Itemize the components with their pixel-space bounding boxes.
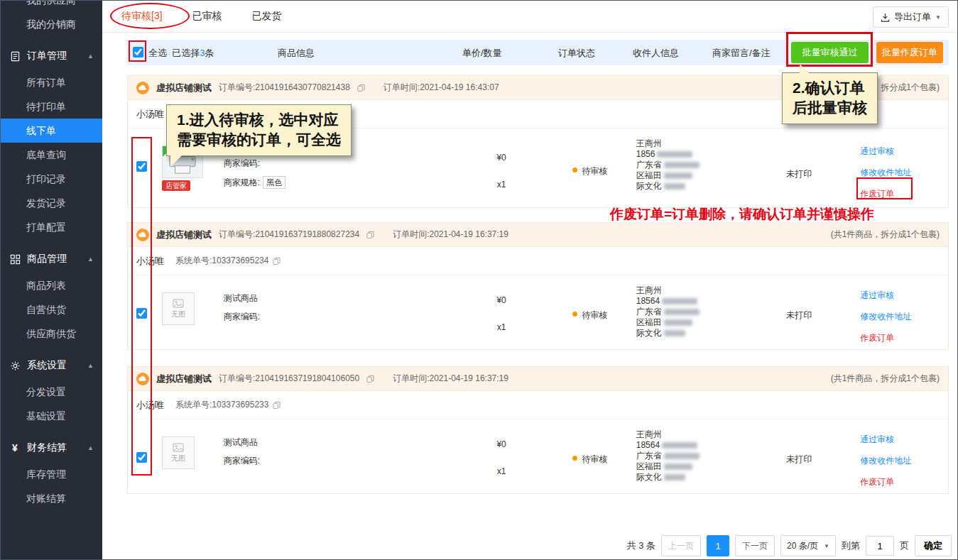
chevron-up-icon: ▲ (87, 444, 94, 451)
cancel-order-link[interactable]: 作废订单 (860, 476, 948, 488)
order-management-icon (9, 50, 21, 62)
chevron-down-icon: ▼ (824, 543, 829, 549)
approve-link[interactable]: 通过审核 (860, 290, 948, 302)
no-image-label: 无图 (171, 454, 185, 463)
order-card-header: 虚拟店铺测试 订单编号:21041916430770821438 订单时间:20… (128, 76, 948, 100)
edit-address-link[interactable]: 修改收件地址 (860, 455, 948, 467)
sidebar-item-print-records[interactable]: 打印记录 (1, 167, 102, 191)
sidebar-item-all-orders[interactable]: 所有订单 (1, 70, 102, 94)
sidebar-item-ship-records[interactable]: 发货记录 (1, 191, 102, 215)
price: ¥0 (459, 295, 544, 305)
quantity: x1 (459, 322, 544, 332)
order-checkbox[interactable] (136, 452, 147, 463)
receiver-address: 区福田 (636, 170, 662, 181)
tab-bar: 待审核[3] 已审核 已发货 导出订单 ▼ (102, 1, 957, 33)
tab-pending-review[interactable]: 待审核[3] (121, 10, 163, 23)
tab-reviewed[interactable]: 已审核 (192, 10, 222, 23)
order-checkbox[interactable] (136, 161, 147, 172)
no-image-placeholder: 无图 (162, 292, 195, 325)
sidebar-item-to-print[interactable]: 待打印单 (1, 94, 102, 119)
sidebar-item-self-supply[interactable]: 自营供货 (1, 297, 102, 322)
total-count: 共 3 条 (627, 539, 655, 552)
approve-link[interactable]: 通过审核 (860, 434, 948, 446)
sidebar-group-finance[interactable]: ¥ 财务结算 ▲ (1, 434, 102, 462)
no-image-label: 无图 (171, 309, 185, 319)
product-management-icon (9, 253, 21, 265)
export-orders-button[interactable]: 导出订单 ▼ (873, 6, 949, 28)
sidebar-item-reconciliation[interactable]: 对账结算 (1, 486, 102, 510)
sidebar-item-basic-settings[interactable]: 基础设置 (1, 404, 102, 428)
new-product-ribbon (163, 146, 173, 157)
sidebar-group-order-management[interactable]: 订单管理 ▲ (1, 42, 102, 70)
download-icon (881, 13, 890, 22)
order-body: 无图 测试商品 商家编码: ¥0 x1 待审核 王商州 18564 (128, 419, 948, 493)
sidebar-item-supplier-supply[interactable]: 供应商供货 (1, 322, 102, 346)
receiver-phone: 18564 (636, 440, 660, 451)
confirm-button[interactable]: 确定 (915, 535, 952, 556)
chevron-down-icon: ▼ (935, 14, 941, 21)
page-size-select[interactable]: 20 条/页 ▼ (780, 535, 836, 556)
blurred-text (664, 474, 685, 481)
copy-icon[interactable] (273, 401, 281, 410)
column-product-info: 商品信息 (278, 47, 315, 60)
spec-value: 黑色 (263, 176, 285, 189)
batch-cancel-button[interactable]: 批量作废订单 (876, 42, 943, 63)
receiver-phone: 18564 (636, 296, 660, 307)
receiver-info: 王商州 1856 广东省 区福田 际文化 (636, 128, 743, 207)
sidebar-item-base-order-query[interactable]: 底单查询 (1, 143, 102, 167)
blurred-text (662, 442, 697, 449)
prev-page-button[interactable]: 上一页 (661, 535, 701, 556)
goto-prefix: 到第 (842, 539, 860, 552)
sidebar-item-print-config[interactable]: 打单配置 (1, 215, 102, 239)
receiver-info: 王商州 18564 广东省 区福田 际文化 (636, 275, 743, 349)
receiver-address: 际文化 (636, 328, 662, 339)
cancel-order-link[interactable]: 作废订单 (860, 332, 948, 344)
receiver-address: 区福田 (636, 317, 662, 328)
batch-approve-button[interactable]: 批量审核通过 (791, 42, 869, 63)
sidebar-group-label: 系统设置 (27, 359, 87, 372)
package-info: (共1件商品，拆分成1个包裹) (831, 373, 940, 385)
sidebar-item-offline-orders[interactable]: 线下单 (1, 119, 102, 143)
system-order-number: 系统单号:103373695233 (175, 399, 281, 411)
cancel-order-link[interactable]: 作废订单 (860, 188, 948, 200)
order-checkbox[interactable] (136, 308, 147, 319)
sidebar-group-label: 订单管理 (27, 50, 87, 62)
edit-address-link[interactable]: 修改收件地址 (860, 167, 948, 179)
buyer-name: 小汤唯 (136, 255, 164, 268)
copy-icon[interactable] (273, 257, 281, 265)
sidebar-item-product-list[interactable]: 商品列表 (1, 273, 102, 297)
sidebar-group-label: 财务结算 (27, 441, 87, 454)
status-dot (572, 456, 577, 461)
copy-icon[interactable] (357, 84, 365, 92)
sidebar-item-inventory[interactable]: 库存管理 (1, 462, 102, 486)
select-all-checkbox[interactable] (133, 47, 143, 57)
list-header: 全选 已选择3条 商品信息 单价/数量 订单状态 收件人信息 商家留言/备注 批… (127, 40, 949, 65)
buyer-row: 小汤唯 系统单号:103373695234 (128, 247, 948, 275)
sidebar-group-system-settings[interactable]: 系统设置 ▲ (1, 351, 102, 380)
current-page[interactable]: 1 (707, 535, 729, 556)
price: ¥0 (459, 153, 544, 163)
sidebar-item-my-suppliers[interactable]: 我的供应商 (1, 1, 102, 12)
blurred-text (662, 298, 697, 304)
copy-icon[interactable] (366, 375, 374, 383)
column-price-qty: 单价/数量 (462, 47, 502, 60)
sidebar-item-my-distributors[interactable]: 我的分销商 (1, 12, 102, 36)
package-info: (共1件商品，拆分成1个包裹) (831, 82, 940, 94)
goto-page-input[interactable] (866, 536, 894, 556)
order-number: 订单编号:21041916430770821438 (219, 82, 350, 94)
print-status: 未打印 (743, 128, 856, 207)
approve-link[interactable]: 通过审核 (860, 146, 948, 158)
cloud-shop-icon (136, 229, 149, 241)
copy-icon[interactable] (366, 231, 374, 239)
image-icon (173, 299, 184, 308)
tab-shipped[interactable]: 已发货 (252, 10, 282, 23)
sidebar-item-distribution-settings[interactable]: 分发设置 (1, 380, 102, 404)
shop-name: 虚拟店铺测试 (156, 229, 212, 241)
receiver-info: 王商州 18564 广东省 区福田 际文化 (636, 419, 743, 493)
receiver-address: 际文化 (636, 181, 662, 192)
next-page-button[interactable]: 下一页 (735, 535, 775, 556)
edit-address-link[interactable]: 修改收件地址 (860, 311, 948, 323)
blurred-text (664, 319, 692, 326)
receiver-name: 王商州 (636, 285, 662, 296)
sidebar-group-product-management[interactable]: 商品管理 ▲ (1, 245, 102, 273)
